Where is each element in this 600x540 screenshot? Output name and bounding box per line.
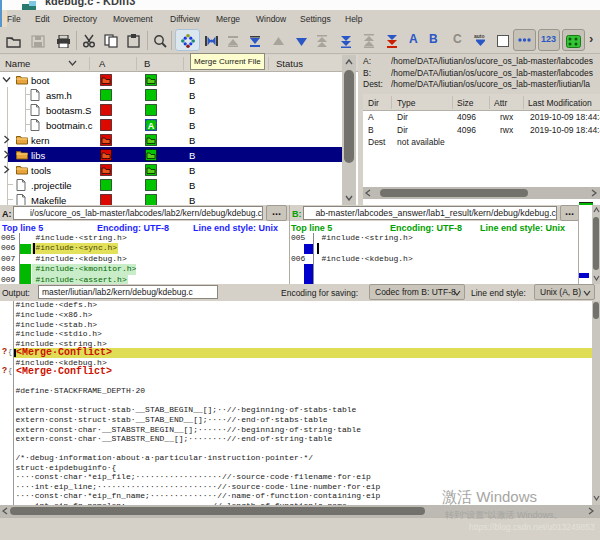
svg-text:auto: auto xyxy=(474,33,485,39)
svg-text:A: A xyxy=(148,120,155,130)
